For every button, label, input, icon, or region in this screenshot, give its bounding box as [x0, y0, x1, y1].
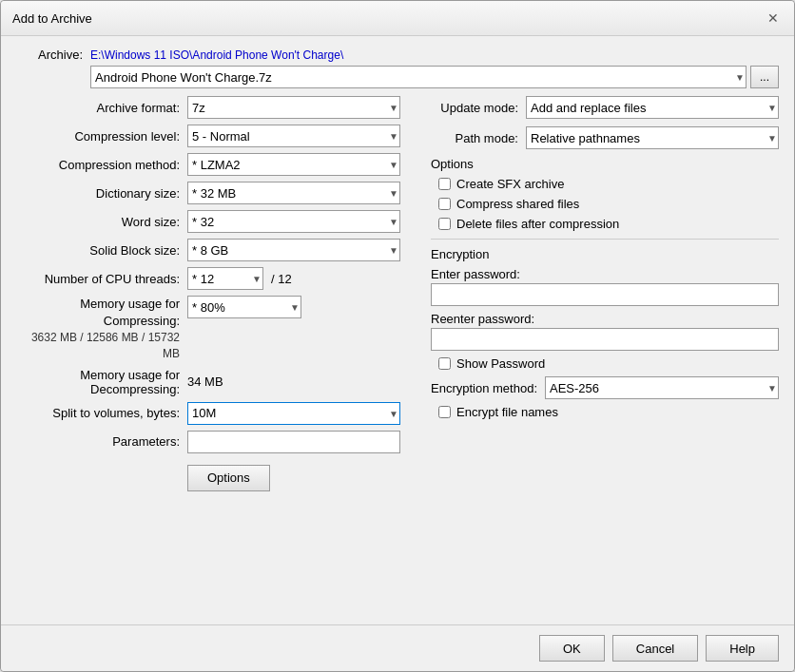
- title-bar: Add to Archive ✕: [1, 1, 794, 36]
- archive-controls: Android Phone Won't Charge.7z ▼ ...: [90, 66, 779, 88]
- memory-decompressing-row: Memory usage for Decompressing: 34 MB: [16, 368, 400, 396]
- encryption-method-label: Encryption method:: [431, 381, 545, 395]
- show-password-row: Show Password: [431, 356, 779, 371]
- enter-password-input[interactable]: [431, 283, 779, 306]
- show-password-checkbox[interactable]: [438, 357, 451, 370]
- memory-right: * 80% 50%60%70% ▼: [187, 296, 400, 318]
- encrypt-filenames-label: Encrypt file names: [456, 405, 558, 419]
- options-section-label: Options: [431, 157, 779, 171]
- word-size-row: Word size: * 32 64 ▼: [16, 210, 400, 233]
- dialog-title: Add to Archive: [12, 11, 92, 26]
- two-column-layout: Archive format: 7z zip tar ▼ Compression…: [16, 96, 779, 491]
- encryption-method-row: Encryption method: AES-256 ▼: [431, 376, 779, 399]
- dialog-footer: OK Cancel Help: [1, 624, 794, 671]
- memory-decompressing-label: Memory usage for Decompressing:: [16, 368, 187, 396]
- word-size-label: Word size:: [16, 215, 187, 229]
- archive-path-text: E:\Windows 11 ISO\Android Phone Won't Ch…: [90, 48, 343, 62]
- close-button[interactable]: ✕: [764, 9, 783, 28]
- compression-level-label: Compression level:: [16, 129, 187, 144]
- reenter-password-row: Reenter password:: [431, 312, 779, 351]
- dictionary-size-combo[interactable]: * 32 MB 64 MB ▼: [187, 182, 400, 204]
- dictionary-size-select[interactable]: * 32 MB 64 MB: [187, 182, 400, 204]
- dictionary-size-label: Dictionary size:: [16, 186, 187, 201]
- encryption-method-select[interactable]: AES-256: [545, 376, 779, 399]
- archive-format-combo[interactable]: 7z zip tar ▼: [187, 96, 400, 119]
- memory-compressing-row: Memory usage for Compressing: 3632 MB / …: [16, 296, 400, 362]
- compression-method-combo[interactable]: * LZMA2 LZMA ▼: [187, 153, 400, 176]
- ok-button[interactable]: OK: [539, 635, 605, 662]
- archive-label: Archive:: [16, 48, 83, 62]
- add-to-archive-dialog: Add to Archive ✕ Archive: E:\Windows 11 …: [0, 0, 795, 672]
- memory-decompressing-val: 34 MB: [187, 374, 223, 389]
- reenter-password-label: Reenter password:: [431, 312, 779, 326]
- enter-password-label: Enter password:: [431, 267, 779, 281]
- parameters-row: Parameters:: [16, 431, 400, 453]
- update-mode-label: Update mode:: [431, 101, 526, 115]
- right-column: Update mode: Add and replace files Updat…: [416, 96, 779, 491]
- memory-compressing-select[interactable]: * 80% 50%60%70%: [187, 296, 301, 318]
- compression-level-combo[interactable]: 0 - Store 1 - Fastest 3 - Fast 5 - Norma…: [187, 125, 400, 147]
- cancel-button[interactable]: Cancel: [612, 635, 698, 662]
- cpu-threads-row: Number of CPU threads: 1248 * 1216 ▼ / 1…: [16, 267, 400, 290]
- compression-level-row: Compression level: 0 - Store 1 - Fastest…: [16, 125, 400, 147]
- divider: [431, 239, 779, 240]
- compression-level-select[interactable]: 0 - Store 1 - Fastest 3 - Fast 5 - Norma…: [187, 125, 400, 147]
- word-size-select[interactable]: * 32 64: [187, 210, 400, 233]
- dialog-body: Archive: E:\Windows 11 ISO\Android Phone…: [1, 36, 794, 624]
- cpu-threads-combo[interactable]: 1248 * 1216 ▼: [187, 267, 263, 290]
- archive-path-row: Archive: E:\Windows 11 ISO\Android Phone…: [16, 48, 779, 62]
- split-input-wrap[interactable]: 10M ▼: [187, 402, 400, 425]
- left-column: Archive format: 7z zip tar ▼ Compression…: [16, 96, 416, 491]
- memory-compressing-label: Memory usage for Compressing: 3632 MB / …: [16, 296, 187, 362]
- solid-block-row: Solid Block size: * 8 GB 1 GB ▼: [16, 239, 400, 261]
- create-sfx-checkbox[interactable]: [438, 178, 451, 190]
- cpu-threads-select[interactable]: 1248 * 1216: [187, 267, 263, 290]
- browse-button[interactable]: ...: [750, 66, 779, 88]
- archive-format-select[interactable]: 7z zip tar: [187, 96, 400, 119]
- solid-block-combo[interactable]: * 8 GB 1 GB ▼: [187, 239, 400, 261]
- path-mode-combo[interactable]: Relative pathnames Full pathnames No pat…: [526, 126, 779, 149]
- encryption-method-combo[interactable]: AES-256 ▼: [545, 376, 779, 399]
- update-mode-combo[interactable]: Add and replace files Update and add fil…: [526, 96, 779, 119]
- compression-method-row: Compression method: * LZMA2 LZMA ▼: [16, 153, 400, 176]
- delete-after-checkbox[interactable]: [438, 218, 451, 230]
- cpu-max-label: / 12: [271, 272, 292, 286]
- path-mode-row: Path mode: Relative pathnames Full pathn…: [431, 126, 779, 149]
- solid-block-label: Solid Block size:: [16, 243, 187, 258]
- delete-after-row: Delete files after compression: [431, 217, 779, 231]
- solid-block-select[interactable]: * 8 GB 1 GB: [187, 239, 400, 261]
- split-volumes-label: Split to volumes, bytes:: [16, 406, 187, 420]
- memory-compressing-combo[interactable]: * 80% 50%60%70% ▼: [187, 296, 301, 318]
- compression-method-label: Compression method:: [16, 158, 187, 172]
- encrypt-filenames-checkbox[interactable]: [438, 406, 451, 418]
- reenter-password-input[interactable]: [431, 328, 779, 351]
- archive-filename-combo[interactable]: Android Phone Won't Charge.7z ▼: [90, 66, 747, 88]
- compress-shared-label: Compress shared files: [456, 197, 579, 211]
- path-mode-label: Path mode:: [431, 131, 526, 145]
- update-mode-row: Update mode: Add and replace files Updat…: [431, 96, 779, 119]
- parameters-label: Parameters:: [16, 434, 187, 449]
- path-mode-select[interactable]: Relative pathnames Full pathnames No pat…: [526, 126, 779, 149]
- split-volumes-row: Split to volumes, bytes: 10M ▼: [16, 402, 400, 425]
- encrypt-filenames-row: Encrypt file names: [431, 405, 779, 419]
- enter-password-row: Enter password:: [431, 267, 779, 306]
- create-sfx-row: Create SFX archive: [431, 177, 779, 191]
- archive-filename-row: Android Phone Won't Charge.7z ▼ ...: [16, 66, 779, 88]
- update-mode-select[interactable]: Add and replace files Update and add fil…: [526, 96, 779, 119]
- archive-filename-select[interactable]: Android Phone Won't Charge.7z: [90, 66, 747, 88]
- dictionary-size-row: Dictionary size: * 32 MB 64 MB ▼: [16, 182, 400, 204]
- compress-shared-checkbox[interactable]: [438, 198, 451, 210]
- delete-after-label: Delete files after compression: [456, 217, 619, 231]
- options-button[interactable]: Options: [187, 465, 270, 491]
- compress-shared-row: Compress shared files: [431, 197, 779, 211]
- encryption-section-label: Encryption: [431, 247, 779, 261]
- help-button[interactable]: Help: [706, 635, 779, 662]
- encryption-section: Encryption Enter password: Reenter passw…: [431, 247, 779, 419]
- show-password-label: Show Password: [456, 356, 545, 371]
- compression-method-select[interactable]: * LZMA2 LZMA: [187, 153, 400, 176]
- parameters-input[interactable]: [187, 431, 400, 453]
- word-size-combo[interactable]: * 32 64 ▼: [187, 210, 400, 233]
- archive-format-label: Archive format:: [16, 101, 187, 115]
- create-sfx-label: Create SFX archive: [456, 177, 564, 191]
- split-volumes-input[interactable]: 10M: [187, 402, 400, 425]
